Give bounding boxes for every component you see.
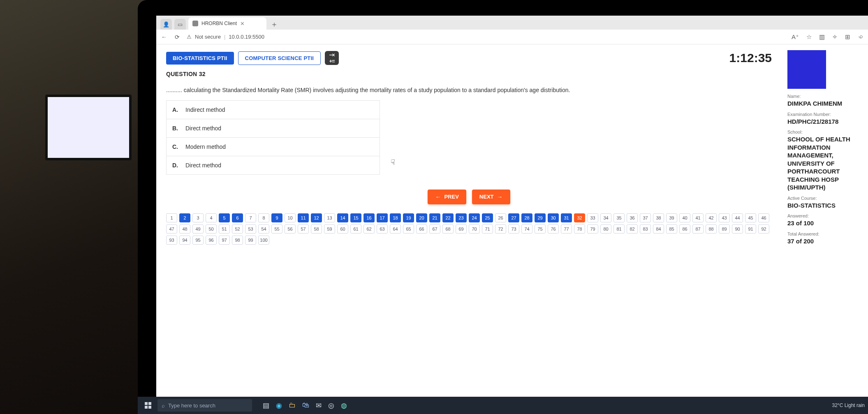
read-aloud-icon[interactable]: A⁺ <box>792 33 799 41</box>
pager-item[interactable]: 79 <box>587 224 598 234</box>
answer-option[interactable]: A.Indirect method <box>166 100 380 119</box>
pager-item[interactable]: 84 <box>653 224 664 234</box>
pager-item[interactable]: 75 <box>535 224 546 234</box>
weather-widget[interactable]: 32°C Light rain <box>832 402 865 408</box>
pager-item[interactable]: 97 <box>219 236 230 245</box>
pager-item[interactable]: 96 <box>206 236 217 245</box>
pager-item[interactable]: 53 <box>245 224 256 234</box>
answer-option[interactable]: B.Direct method <box>166 119 380 138</box>
pager-item[interactable]: 86 <box>679 224 690 234</box>
chrome-icon[interactable]: ◎ <box>328 401 334 410</box>
task-view-icon[interactable]: ▤ <box>263 401 269 410</box>
course-tab-inactive[interactable]: COMPUTER SCIENCE PTII <box>238 51 321 65</box>
edge-icon[interactable]: ◉ <box>276 401 282 410</box>
answer-option[interactable]: D.Direct method <box>166 156 380 175</box>
pager-item[interactable]: 68 <box>442 224 454 234</box>
pager-item[interactable]: 9 <box>271 213 282 222</box>
pager-item[interactable]: 46 <box>758 213 769 222</box>
pager-item[interactable]: 2 <box>179 213 190 222</box>
pager-item[interactable]: 69 <box>456 224 467 234</box>
pager-item[interactable]: 100 <box>258 236 269 245</box>
answer-option[interactable]: C.Modern method <box>166 138 380 156</box>
pager-item[interactable]: 60 <box>337 224 348 234</box>
pager-item[interactable]: 58 <box>311 224 322 234</box>
pager-item[interactable]: 83 <box>640 224 651 234</box>
profile-icon[interactable]: 👤 <box>160 19 172 30</box>
browser-tab[interactable]: HRORBN Client ✕ <box>188 17 266 30</box>
pager-item[interactable]: 8 <box>258 213 269 222</box>
pager-item[interactable]: 14 <box>337 213 348 222</box>
pager-item[interactable]: 22 <box>442 213 454 222</box>
pager-item[interactable]: 41 <box>692 213 704 222</box>
pager-item[interactable]: 63 <box>377 224 388 234</box>
pager-item[interactable]: 66 <box>416 224 427 234</box>
pager-item[interactable]: 50 <box>206 224 217 234</box>
pager-item[interactable]: 56 <box>285 224 296 234</box>
pager-item[interactable]: 57 <box>298 224 309 234</box>
pager-item[interactable]: 25 <box>482 213 493 222</box>
pager-item[interactable]: 10 <box>285 213 296 222</box>
next-button[interactable]: NEXT → <box>472 190 510 204</box>
pager-item[interactable]: 5 <box>219 213 230 222</box>
pager-item[interactable]: 23 <box>456 213 467 222</box>
pager-item[interactable]: 6 <box>232 213 243 222</box>
pager-item[interactable]: 45 <box>745 213 756 222</box>
pager-item[interactable]: 67 <box>429 224 440 234</box>
prev-button[interactable]: ← PREV <box>428 190 466 204</box>
pager-item[interactable]: 42 <box>706 213 717 222</box>
pager-item[interactable]: 29 <box>535 213 546 222</box>
tab-overview-icon[interactable]: ▭ <box>174 19 186 30</box>
calculator-icon[interactable]: −×+= <box>325 51 339 65</box>
course-tab-active[interactable]: BIO-STATISTICS PTII <box>166 52 234 65</box>
pager-item[interactable]: 43 <box>719 213 730 222</box>
copilot-icon[interactable]: ꩜ <box>858 33 864 40</box>
pager-item[interactable]: 73 <box>508 224 519 234</box>
pager-item[interactable]: 31 <box>561 213 572 222</box>
pager-item[interactable]: 30 <box>548 213 559 222</box>
url-display[interactable]: ⚠ Not secure | 10.0.0.19:5500 <box>187 34 264 40</box>
pager-item[interactable]: 64 <box>390 224 401 234</box>
refresh-icon[interactable]: ⟳ <box>174 34 181 40</box>
pager-item[interactable]: 71 <box>482 224 493 234</box>
pager-item[interactable]: 95 <box>192 236 204 245</box>
pager-item[interactable]: 74 <box>521 224 532 234</box>
pager-item[interactable]: 16 <box>363 213 375 222</box>
pager-item[interactable]: 78 <box>574 224 585 234</box>
pager-item[interactable]: 38 <box>653 213 664 222</box>
pager-item[interactable]: 72 <box>495 224 506 234</box>
pager-item[interactable]: 54 <box>258 224 269 234</box>
pager-item[interactable]: 36 <box>627 213 638 222</box>
pager-item[interactable]: 59 <box>324 224 335 234</box>
pager-item[interactable]: 21 <box>429 213 440 222</box>
pager-item[interactable]: 44 <box>732 213 743 222</box>
collections-icon[interactable]: ✧ <box>832 33 838 41</box>
pager-item[interactable]: 19 <box>403 213 414 222</box>
pager-item[interactable]: 65 <box>403 224 414 234</box>
pager-item[interactable]: 88 <box>706 224 717 234</box>
split-screen-icon[interactable]: ▥ <box>819 33 825 41</box>
tab-close-icon[interactable]: ✕ <box>240 21 245 27</box>
pager-item[interactable]: 12 <box>311 213 322 222</box>
pager-item[interactable]: 20 <box>416 213 427 222</box>
pager-item[interactable]: 81 <box>613 224 625 234</box>
mail-icon[interactable]: ✉ <box>316 401 322 410</box>
pager-item[interactable]: 26 <box>495 213 506 222</box>
pager-item[interactable]: 15 <box>350 213 361 222</box>
app-icon[interactable]: ◍ <box>341 401 347 410</box>
start-button[interactable] <box>141 398 155 412</box>
back-icon[interactable]: ← <box>160 34 168 40</box>
pager-item[interactable]: 76 <box>548 224 559 234</box>
pager-item[interactable]: 11 <box>298 213 309 222</box>
pager-item[interactable]: 94 <box>179 236 190 245</box>
pager-item[interactable]: 82 <box>627 224 638 234</box>
pager-item[interactable]: 90 <box>732 224 743 234</box>
new-tab-button[interactable]: ＋ <box>269 19 280 30</box>
pager-item[interactable]: 55 <box>271 224 282 234</box>
pager-item[interactable]: 1 <box>166 213 177 222</box>
pager-item[interactable]: 7 <box>245 213 256 222</box>
pager-item[interactable]: 17 <box>377 213 388 222</box>
pager-item[interactable]: 99 <box>245 236 256 245</box>
pager-item[interactable]: 24 <box>469 213 480 222</box>
pager-item[interactable]: 28 <box>521 213 532 222</box>
pager-item[interactable]: 49 <box>192 224 204 234</box>
